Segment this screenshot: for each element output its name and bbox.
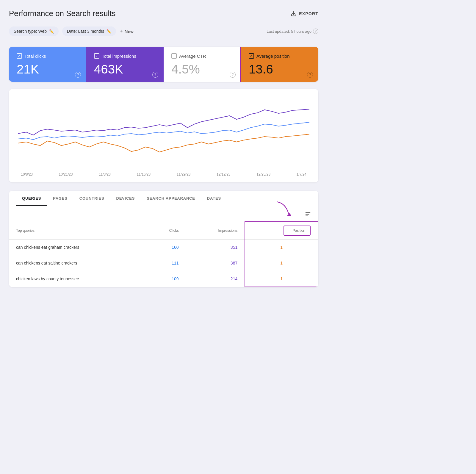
total-clicks-value: 21K [17,62,79,76]
filter-icon-button[interactable] [305,211,311,219]
page-header: Performance on Search results EXPORT [9,9,318,18]
date-label: Date: Last 3 months [67,29,104,34]
total-impressions-value: 463K [94,62,156,76]
impressions-cell: 387 [186,255,245,271]
col-header-position[interactable]: ↑ Position [245,222,318,240]
total-impressions-label: ✓ Total impressions [94,53,156,59]
tab-pages[interactable]: PAGES [47,191,73,206]
plus-icon: + [120,28,123,35]
position-cell: 1 [245,255,318,271]
data-table: Top queries Clicks Impressions ↑ Positio… [9,221,318,287]
total-clicks-label: ✓ Total clicks [17,53,79,59]
average-ctr-value: 4.5% [171,62,233,76]
filter-bar: Search type: Web ✏️ Date: Last 3 months … [9,26,318,36]
table-toolbar-wrapper [9,206,318,221]
metrics-row: ✓ Total clicks 21K ? ✓ Total impressions… [9,47,318,82]
help-icon-impressions[interactable]: ? [152,72,158,78]
average-position-value: 13.6 [249,62,311,76]
table-header-row: Top queries Clicks Impressions ↑ Positio… [9,222,318,240]
query-cell: chicken laws by county tennessee [9,271,144,287]
col-header-impressions[interactable]: Impressions [186,222,245,240]
x-label-2: 11/3/23 [99,172,111,176]
clicks-cell: 160 [144,240,186,255]
x-label-0: 10/8/23 [21,172,33,176]
position-cell: 1 [245,271,318,287]
help-icon-position[interactable]: ? [307,72,313,78]
tab-countries[interactable]: COUNTRIES [73,191,110,206]
search-type-label: Search type: Web [14,29,47,34]
average-position-card[interactable]: ✓ Average position 13.6 ? [240,47,318,82]
tabs-bar: QUERIES PAGES COUNTRIES DEVICES SEARCH A… [9,191,318,206]
table-toolbar [9,206,318,221]
table-row: can chickens eat graham crackers 160 351… [9,240,318,255]
export-icon [291,11,297,17]
table-row: can chickens eat saltine crackers 111 38… [9,255,318,271]
clicks-cell: 109 [144,271,186,287]
total-impressions-card[interactable]: ✓ Total impressions 463K ? [86,47,164,82]
new-label: New [125,29,134,34]
x-label-7: 1/7/24 [297,172,306,176]
tab-search-appearance[interactable]: SEARCH APPEARANCE [141,191,201,206]
x-label-1: 10/21/23 [59,172,73,176]
checkbox-total-clicks: ✓ [17,53,22,59]
chart-section: 10/8/23 10/21/23 11/3/23 11/16/23 11/29/… [9,89,318,182]
x-label-4: 11/29/23 [177,172,191,176]
search-type-filter[interactable]: Search type: Web ✏️ [9,26,59,36]
sort-arrow-icon: ↑ [289,229,291,233]
tab-dates[interactable]: DATES [201,191,227,206]
col-header-query: Top queries [9,222,144,240]
new-button[interactable]: + New [120,28,134,35]
chart-x-labels: 10/8/23 10/21/23 11/3/23 11/16/23 11/29/… [18,172,309,176]
position-cell: 1 [245,240,318,255]
x-label-5: 12/12/23 [217,172,231,176]
table-row: chicken laws by county tennessee 109 214… [9,271,318,287]
help-icon-clicks[interactable]: ? [75,72,81,78]
date-filter[interactable]: Date: Last 3 months ✏️ [62,26,116,36]
average-position-label: ✓ Average position [249,53,311,59]
checkbox-average-ctr [171,53,177,59]
query-cell: can chickens eat graham crackers [9,240,144,255]
page-title: Performance on Search results [9,9,115,18]
export-label: EXPORT [299,11,318,16]
help-icon-ctr[interactable]: ? [230,72,236,78]
table-section: QUERIES PAGES COUNTRIES DEVICES SEARCH A… [9,191,318,287]
filter-icon [305,211,311,218]
tab-devices[interactable]: DEVICES [110,191,141,206]
total-clicks-card[interactable]: ✓ Total clicks 21K ? [9,47,86,82]
impressions-cell: 214 [186,271,245,287]
edit-icon: ✏️ [49,29,54,34]
x-label-3: 11/16/23 [137,172,151,176]
help-circle-icon: ? [313,29,318,34]
checkbox-total-impressions: ✓ [94,53,99,59]
last-updated: Last updated: 5 hours ago ? [267,29,318,34]
x-label-6: 12/25/23 [256,172,270,176]
col-header-clicks[interactable]: Clicks [144,222,186,240]
impressions-cell: 351 [186,240,245,255]
position-header-box: ↑ Position [284,226,311,236]
checkbox-average-position: ✓ [249,53,254,59]
average-ctr-label: Average CTR [171,53,233,59]
export-button[interactable]: EXPORT [291,11,318,17]
query-cell: can chickens eat saltine crackers [9,255,144,271]
chart-svg [18,98,309,169]
chart-area [18,98,309,169]
metrics-section: ✓ Total clicks 21K ? ✓ Total impressions… [9,47,318,82]
tab-queries[interactable]: QUERIES [16,191,47,206]
average-ctr-card[interactable]: Average CTR 4.5% ? [164,47,241,82]
edit-icon-date: ✏️ [107,29,111,34]
clicks-cell: 111 [144,255,186,271]
position-label: Position [292,229,305,233]
